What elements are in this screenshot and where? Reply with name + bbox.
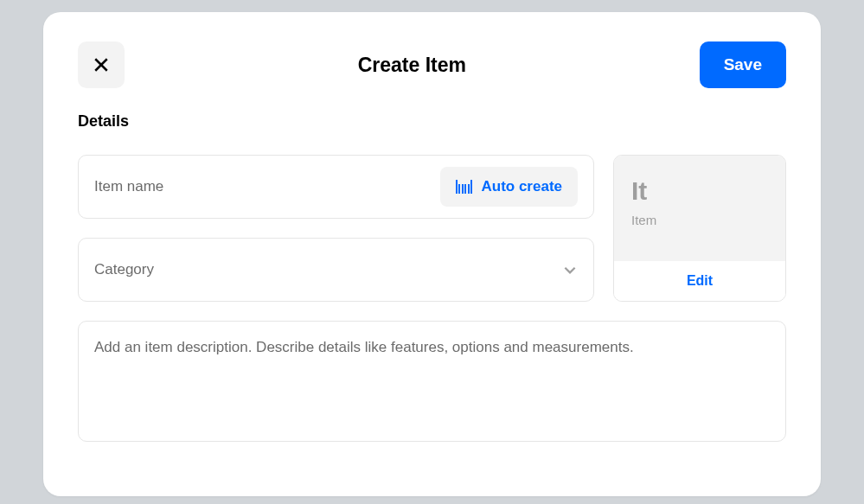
barcode-icon <box>456 180 473 194</box>
modal-header: Create Item Save <box>43 12 821 112</box>
modal-title: Create Item <box>125 54 700 77</box>
fields-column: Auto create Category <box>78 155 594 302</box>
auto-create-label: Auto create <box>481 178 562 195</box>
save-button[interactable]: Save <box>700 41 786 88</box>
item-name-input[interactable] <box>94 178 440 195</box>
modal-content: Details Auto create <box>43 112 821 442</box>
create-item-modal: Create Item Save Details <box>43 12 821 496</box>
item-preview-abbrev: It <box>631 176 768 206</box>
edit-preview-button[interactable]: Edit <box>614 261 785 301</box>
category-select[interactable]: Category <box>78 238 594 302</box>
description-textarea[interactable] <box>94 339 770 424</box>
item-name-field-container: Auto create <box>78 155 594 219</box>
details-row: Auto create Category It Item Edit <box>78 155 786 302</box>
details-section-title: Details <box>78 112 786 131</box>
description-field-container <box>78 321 786 442</box>
close-button[interactable] <box>78 41 125 88</box>
item-preview-card: It Item Edit <box>613 155 786 302</box>
category-placeholder: Category <box>94 261 154 278</box>
auto-create-button[interactable]: Auto create <box>440 167 578 207</box>
item-preview-tile: It Item <box>614 156 785 261</box>
close-icon <box>93 57 109 73</box>
chevron-down-icon <box>562 262 578 278</box>
item-preview-label: Item <box>631 213 768 227</box>
